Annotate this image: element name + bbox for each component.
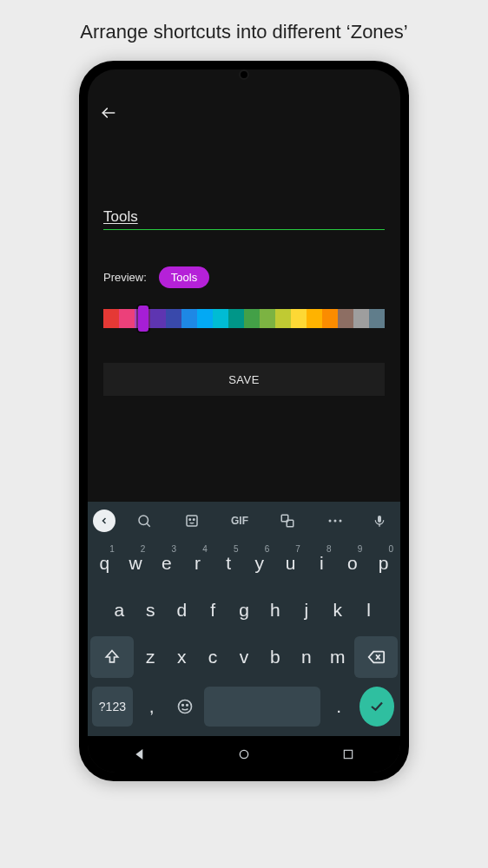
camera-notch: [239, 69, 249, 80]
nav-recent-icon: [342, 748, 354, 760]
color-swatch[interactable]: [307, 309, 322, 328]
keyboard-key-x[interactable]: x: [168, 636, 196, 678]
color-picker-handle[interactable]: [138, 306, 148, 332]
keyboard-translate-button[interactable]: [272, 507, 303, 535]
keyboard-key-d[interactable]: d: [168, 589, 196, 631]
keyboard-suggestion-bar: GIF: [88, 502, 400, 540]
svg-point-9: [333, 520, 336, 523]
keyboard-key-r[interactable]: r4: [183, 542, 212, 584]
keyboard-key-b[interactable]: b: [260, 636, 289, 678]
save-button[interactable]: SAVE: [103, 363, 385, 396]
svg-rect-19: [344, 750, 352, 758]
keyboard-key-u[interactable]: u7: [276, 542, 305, 584]
keyboard-backspace-key[interactable]: [354, 636, 398, 678]
color-swatch[interactable]: [119, 309, 135, 328]
keyboard-key-y[interactable]: y6: [246, 542, 274, 584]
keyboard-key-hint: 0: [388, 544, 393, 554]
keyboard-key-q[interactable]: q1: [90, 542, 119, 584]
zone-name-input[interactable]: [103, 208, 385, 226]
keyboard-gif-button[interactable]: GIF: [224, 507, 255, 535]
color-swatch[interactable]: [353, 309, 369, 328]
phone-screen: Preview: Tools SAVE GIF: [88, 69, 400, 773]
keyboard-collapse-button[interactable]: [93, 510, 115, 532]
keyboard-mic-button[interactable]: [364, 507, 395, 535]
keyboard-row-3-letters: zxcvbnm: [136, 636, 353, 678]
svg-point-5: [194, 519, 195, 521]
keyboard-enter-key[interactable]: [359, 687, 394, 727]
arrow-left-icon: [100, 104, 117, 122]
keyboard-sticker-button[interactable]: [176, 507, 208, 535]
keyboard-key-i[interactable]: i8: [307, 542, 336, 584]
keyboard-key-m[interactable]: m: [323, 636, 352, 678]
check-icon: [369, 699, 385, 714]
color-swatch[interactable]: [338, 309, 353, 328]
keyboard-emoji-key[interactable]: [170, 687, 199, 727]
color-swatch[interactable]: [197, 309, 213, 328]
back-button[interactable]: [98, 102, 119, 123]
color-swatch[interactable]: [322, 309, 338, 328]
color-swatch[interactable]: [244, 309, 260, 328]
android-navbar: [88, 736, 400, 773]
keyboard-key-t[interactable]: t5: [214, 542, 243, 584]
search-icon: [136, 513, 152, 529]
keyboard-key-hint: 9: [358, 544, 363, 554]
color-swatch[interactable]: [275, 309, 291, 328]
nav-back-icon: [133, 747, 147, 761]
svg-rect-3: [187, 516, 197, 526]
content-area: Preview: Tools SAVE: [88, 130, 400, 502]
keyboard-key-k[interactable]: k: [323, 589, 352, 631]
keyboard-key-f[interactable]: f: [199, 589, 228, 631]
keyboard-key-e[interactable]: e3: [152, 542, 181, 584]
keyboard-key-hint: 5: [234, 544, 239, 554]
keyboard-key-h[interactable]: h: [260, 589, 289, 631]
nav-home-icon: [237, 747, 251, 761]
keyboard-row-2: asdfghjkl: [88, 587, 400, 634]
keyboard-key-o[interactable]: o9: [339, 542, 367, 584]
keyboard-key-hint: 1: [109, 544, 115, 554]
keyboard-key-s[interactable]: s: [136, 589, 165, 631]
color-swatch[interactable]: [150, 309, 166, 328]
keyboard-key-z[interactable]: z: [136, 636, 165, 678]
keyboard-key-p[interactable]: p0: [369, 542, 398, 584]
keyboard-key-hint: 8: [326, 544, 332, 554]
color-swatch[interactable]: [181, 309, 197, 328]
nav-recent-button[interactable]: [339, 745, 358, 764]
color-swatch[interactable]: [213, 309, 228, 328]
keyboard-key-a[interactable]: a: [105, 589, 134, 631]
nav-home-button[interactable]: [234, 745, 254, 764]
keyboard-more-button[interactable]: [320, 507, 351, 535]
suggestion-tools: GIF: [121, 507, 359, 535]
shift-icon: [103, 648, 121, 666]
translate-icon: [280, 513, 295, 529]
keyboard-key-j[interactable]: j: [292, 589, 320, 631]
keyboard-key-v[interactable]: v: [230, 636, 259, 678]
keyboard-shift-key[interactable]: [90, 636, 134, 678]
color-swatch[interactable]: [369, 309, 385, 328]
keyboard-search-button[interactable]: [129, 507, 160, 535]
phone-frame: Preview: Tools SAVE GIF: [79, 61, 409, 781]
svg-line-2: [147, 523, 150, 527]
color-swatch[interactable]: [103, 309, 119, 328]
keyboard-period-key[interactable]: .: [325, 687, 353, 727]
nav-back-button[interactable]: [130, 745, 149, 764]
keyboard-comma-key[interactable]: ,: [137, 687, 166, 727]
color-swatch[interactable]: [260, 309, 275, 328]
keyboard-key-hint: 7: [295, 544, 300, 554]
keyboard-key-n[interactable]: n: [292, 636, 320, 678]
keyboard-key-w[interactable]: w2: [122, 542, 150, 584]
svg-rect-11: [378, 516, 381, 523]
more-icon: [327, 518, 343, 523]
keyboard-space-key[interactable]: [204, 687, 320, 727]
svg-point-17: [187, 705, 188, 707]
keyboard: GIF q1w2e3r4t5y6u7i8o9p0 asdfghjkl: [88, 502, 400, 736]
keyboard-key-c[interactable]: c: [199, 636, 228, 678]
chevron-left-icon: [99, 516, 109, 526]
color-swatch[interactable]: [228, 309, 244, 328]
zone-name-field-wrap: [103, 208, 385, 230]
keyboard-key-g[interactable]: g: [230, 589, 259, 631]
keyboard-numsym-key[interactable]: ?123: [92, 687, 133, 727]
keyboard-key-l[interactable]: l: [354, 589, 383, 631]
color-swatch[interactable]: [291, 309, 307, 328]
color-swatch[interactable]: [166, 309, 181, 328]
color-picker[interactable]: [103, 309, 385, 328]
